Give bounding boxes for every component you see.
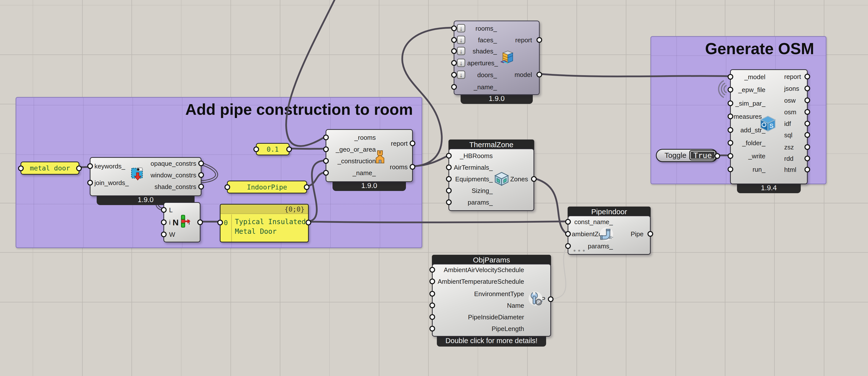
port-nub[interactable] xyxy=(446,153,452,158)
port-nub[interactable] xyxy=(217,220,223,225)
output-model[interactable]: model xyxy=(455,71,539,79)
port-nub[interactable] xyxy=(323,146,329,152)
port-nub[interactable] xyxy=(804,155,810,161)
input-rooms_[interactable]: rooms_ xyxy=(455,25,539,32)
panel-door-data[interactable]: {0;0} 0 Typical InsulatedMetal Door xyxy=(220,204,309,242)
port-nub[interactable] xyxy=(197,220,203,225)
input-PipeInsideDiameter[interactable]: PipeInsideDiameter xyxy=(433,313,550,321)
panel-metal-door[interactable]: metal door xyxy=(21,162,80,175)
port-nub[interactable] xyxy=(531,176,537,182)
component-obj-params[interactable]: ObjParams AmbientAirVelocitySchedule Amb… xyxy=(432,255,551,347)
port-nub[interactable] xyxy=(323,170,329,176)
input-const_name_[interactable]: const_name_ xyxy=(568,218,650,226)
output-rdd[interactable]: rdd xyxy=(731,155,807,162)
port-nub[interactable] xyxy=(804,74,810,79)
input-params_[interactable]: params_ xyxy=(449,199,533,206)
port-nub[interactable] xyxy=(451,84,457,90)
port-nub[interactable] xyxy=(714,153,720,159)
component-run-osm[interactable]: _model _epw_file _sim_par_ measures_ add… xyxy=(730,69,808,193)
port-nub[interactable] xyxy=(451,60,457,66)
input-AmbientAirVelocitySchedule[interactable]: AmbientAirVelocitySchedule xyxy=(433,266,550,273)
input-_HBRooms[interactable]: _HBRooms xyxy=(449,152,533,160)
port-nub[interactable] xyxy=(536,37,542,43)
port-nub[interactable] xyxy=(446,165,452,170)
port-nub[interactable] xyxy=(446,199,452,205)
component-pipe-indoor[interactable]: PipeIndoor const_name_ ambientZone_ para… xyxy=(568,207,651,255)
port-nub[interactable] xyxy=(304,184,310,190)
panel-ratio[interactable]: 0.1 xyxy=(256,143,289,155)
port-nub[interactable] xyxy=(224,184,230,190)
port-nub[interactable] xyxy=(804,109,810,115)
port-nub[interactable] xyxy=(446,188,452,194)
input-apertures_[interactable]: apertures_ xyxy=(455,59,539,67)
port-nub[interactable] xyxy=(410,164,415,170)
component-apply-construction[interactable]: _rooms _geo_or_area _construction _name_… xyxy=(326,129,413,191)
output-Zones[interactable]: Zones xyxy=(449,175,533,183)
port-nub[interactable] xyxy=(648,231,653,237)
output-osm[interactable]: osm xyxy=(731,108,807,116)
output-report[interactable]: report xyxy=(326,140,412,147)
output-jsons[interactable]: jsons xyxy=(731,85,807,92)
port-nub[interactable] xyxy=(429,267,435,272)
port-nub[interactable] xyxy=(804,144,810,150)
input-PipeLength[interactable]: PipeLength xyxy=(433,325,550,332)
output-osw[interactable]: osw xyxy=(731,97,807,104)
flatten-arrow-icon[interactable] xyxy=(457,47,465,55)
port-nub[interactable] xyxy=(804,167,810,172)
input-Sizing_[interactable]: Sizing_ xyxy=(449,187,533,195)
flatten-arrow-icon[interactable] xyxy=(457,59,465,67)
port-nub[interactable] xyxy=(198,184,204,190)
component-thermal-zone[interactable]: ThermalZone _HBRooms AirTerminals_ Equip… xyxy=(448,140,534,211)
toggle-value[interactable]: True xyxy=(689,150,716,160)
port-nub[interactable] xyxy=(451,48,457,54)
port-nub[interactable] xyxy=(429,326,435,331)
output-opaque_constrs[interactable]: opaque_constrs xyxy=(91,160,201,167)
wire-zones-to-ambientzone[interactable] xyxy=(534,178,567,233)
port-nub[interactable] xyxy=(548,296,554,302)
input-AirTerminals_[interactable]: AirTerminals_ xyxy=(449,164,533,171)
output-report[interactable]: report xyxy=(731,73,807,80)
port-nub[interactable] xyxy=(804,121,810,126)
port-nub[interactable] xyxy=(410,141,415,146)
panel-indoor-pipe[interactable]: IndoorPipe xyxy=(227,180,307,194)
output-window_constrs[interactable]: window_constrs xyxy=(91,171,201,179)
wire-p-to-params[interactable] xyxy=(551,247,567,299)
output-rooms[interactable]: rooms xyxy=(326,163,412,171)
port-nub[interactable] xyxy=(161,232,167,237)
port-nub[interactable] xyxy=(429,314,435,320)
port-nub[interactable] xyxy=(565,219,571,225)
port-nub[interactable] xyxy=(804,97,810,103)
port-nub[interactable] xyxy=(323,135,329,140)
port-nub[interactable] xyxy=(253,146,259,152)
grasshopper-canvas[interactable]: { "canvas": {"background": "#d5d1ca", "g… xyxy=(0,0,868,376)
port-nub[interactable] xyxy=(286,146,292,152)
input-shades_[interactable]: shades_ xyxy=(455,48,539,55)
port-nub[interactable] xyxy=(451,26,457,31)
port-nub[interactable] xyxy=(804,86,810,91)
port-nub[interactable] xyxy=(306,220,311,225)
output-shade_constrs[interactable]: shade_constrs xyxy=(91,183,201,191)
output-html[interactable]: html xyxy=(731,166,807,173)
port-nub[interactable] xyxy=(18,166,24,171)
input-AmbientTemperatureSchedule[interactable]: AmbientTemperatureSchedule xyxy=(433,278,550,285)
output-report[interactable]: report xyxy=(455,36,539,44)
port-nub[interactable] xyxy=(76,166,82,171)
input-list[interactable]: L xyxy=(164,206,200,214)
input-wrap[interactable]: W xyxy=(164,231,200,238)
port-nub[interactable] xyxy=(429,279,435,284)
port-nub[interactable] xyxy=(198,172,204,178)
port-nub[interactable] xyxy=(429,302,435,308)
component-hb-model[interactable]: rooms_ faces_ shades_ apertures_ doors_ … xyxy=(454,21,540,104)
output-zsz[interactable]: zsz xyxy=(731,143,807,151)
input-_name_[interactable]: _name_ xyxy=(455,83,539,91)
port-nub[interactable] xyxy=(565,243,571,249)
component-list-item[interactable]: L i W i N xyxy=(163,202,200,242)
port-nub[interactable] xyxy=(804,132,810,138)
boolean-toggle[interactable]: Toggle True xyxy=(656,149,718,162)
port-nub[interactable] xyxy=(536,72,542,78)
component-search-constructions[interactable]: keywords_ join_words_ opaque_constrs win… xyxy=(90,157,202,205)
expand-dots[interactable]: ••• xyxy=(573,248,587,253)
port-nub[interactable] xyxy=(198,161,204,166)
port-nub[interactable] xyxy=(161,207,167,213)
port-nub[interactable] xyxy=(323,158,329,164)
